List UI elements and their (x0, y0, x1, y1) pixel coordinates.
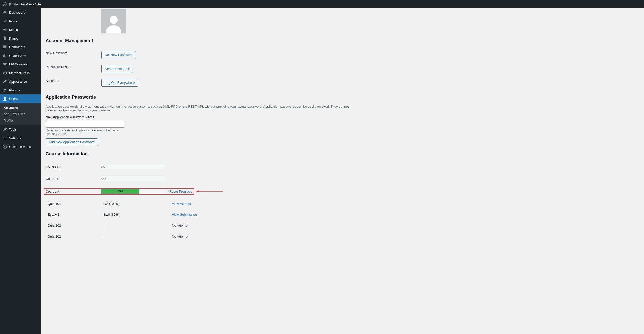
page-icon (3, 36, 7, 41)
heading-app-passwords: Application Passwords (46, 95, 639, 100)
svg-point-2 (4, 97, 6, 99)
sidebar-item-pages[interactable]: Pages (0, 34, 41, 43)
assessment-link[interactable]: Quiz 102 (48, 224, 61, 227)
logout-everywhere-button[interactable]: Log Out Everywhere (101, 79, 138, 87)
assessment-score: - (103, 235, 172, 238)
svg-marker-6 (196, 190, 199, 192)
sidebar-item-label: Collapse menu (9, 145, 31, 149)
sidebar-item-mp-courses[interactable]: MP Courses (0, 60, 41, 69)
label-new-password: New Password (46, 51, 101, 55)
label-password-reset: Password Reset (46, 65, 101, 69)
brush-icon (3, 79, 7, 84)
sidebar-item-label: MemberPress (9, 71, 30, 75)
sidebar-item-label: Pages (9, 37, 19, 40)
sidebar-item-label: Dashboard (9, 11, 25, 14)
assessment-row: Quiz 102-No Attempt (46, 220, 639, 231)
highlight-annotation: Course A60%Reset Progress (44, 188, 194, 195)
label-sessions: Sessions (46, 79, 101, 83)
assessment-row: Quiz 1012/2 (100%)View Attempt (46, 198, 639, 209)
progress-percent: 0% (101, 177, 106, 181)
set-password-button[interactable]: Set New Password (101, 51, 136, 59)
sidebar-subitem-profile[interactable]: Profile (0, 117, 41, 124)
sidebar-item-posts[interactable]: Posts (0, 17, 41, 25)
sidebar-item-label: Media (9, 28, 18, 32)
cap-icon (3, 62, 7, 66)
course-link[interactable]: Course B (46, 177, 59, 181)
sidebar-item-comments[interactable]: Comments (0, 43, 41, 51)
add-app-password-button[interactable]: Add New Application Password (46, 138, 98, 146)
sidebar-subitem-add-new-user[interactable]: Add New User (0, 111, 41, 117)
progress-bar: 0% (101, 176, 165, 181)
site-name-link[interactable]: MemberPress Site (14, 2, 41, 6)
reset-progress-link[interactable]: Reset Progress (169, 190, 192, 193)
assessment-no-attempt: No Attempt (172, 235, 188, 238)
home-icon[interactable] (8, 2, 12, 6)
heading-account-management: Account Management (46, 38, 639, 43)
sidebar-item-label: Settings (9, 136, 21, 140)
sidebar-item-users[interactable]: Users (0, 94, 41, 103)
course-row: Course B0% (46, 173, 639, 185)
course-link[interactable]: Course C (46, 165, 60, 169)
mp-icon (3, 71, 7, 75)
progress-percent: 0% (101, 165, 106, 169)
admin-sidebar: DashboardPostsMediaPagesCommentsCoachKit… (0, 8, 41, 334)
dashboard-icon (3, 10, 7, 15)
svg-point-4 (110, 16, 118, 24)
heading-course-info: Course Information (46, 151, 639, 157)
assessment-action-link[interactable]: View Submission (172, 213, 197, 216)
sidebar-item-label: Appearance (9, 80, 27, 84)
sidebar-subitem-all-users[interactable]: All Users (0, 105, 41, 111)
label-app-password-name: New Application Password Name (46, 115, 639, 119)
sidebar-item-settings[interactable]: Settings (0, 134, 41, 142)
collapse-icon (3, 144, 7, 149)
app-password-description: Application passwords allow authenticati… (46, 105, 350, 112)
app-password-hint: Required to create an Application Passwo… (46, 129, 122, 136)
assessment-score: 8/10 (80%) (103, 213, 172, 216)
sidebar-item-collapse-menu[interactable]: Collapse menu (0, 142, 41, 151)
admin-topbar: MemberPress Site (0, 0, 644, 8)
sidebar-item-label: Posts (9, 19, 17, 23)
wrench-icon (3, 127, 7, 132)
sidebar-item-label: Plugins (9, 88, 20, 92)
sidebar-item-media[interactable]: Media (0, 25, 41, 34)
sidebar-item-label: MP Courses (9, 62, 27, 66)
sidebar-item-coachkit-[interactable]: CoachKit™ (0, 51, 41, 60)
course-row: Course A60%Reset Progress (46, 185, 639, 198)
assessment-score: 2/2 (100%) (103, 202, 172, 206)
send-reset-button[interactable]: Send Reset Link (101, 65, 132, 73)
profile-avatar (101, 9, 126, 33)
wordpress-icon[interactable] (3, 2, 7, 6)
sidebar-item-dashboard[interactable]: Dashboard (0, 8, 41, 17)
progress-percent: 60% (117, 190, 123, 193)
arrow-annotation-icon (196, 190, 224, 193)
media-icon (3, 27, 7, 32)
chart-icon (3, 53, 7, 58)
progress-bar: 60% (101, 189, 165, 194)
course-row: Course C0% (46, 161, 639, 173)
pin-icon (3, 19, 7, 23)
sidebar-item-label: Users (9, 97, 18, 101)
sidebar-item-appearance[interactable]: Appearance (0, 77, 41, 86)
assessment-link[interactable]: Essay 1 (48, 213, 59, 216)
sidebar-item-label: Tools (9, 128, 17, 131)
sidebar-item-plugins[interactable]: Plugins (0, 86, 41, 94)
assessment-link[interactable]: Quiz 101 (48, 202, 61, 206)
sidebar-item-memberpress[interactable]: MemberPress (0, 69, 41, 77)
assessment-action-link[interactable]: View Attempt (172, 202, 191, 206)
svg-point-1 (3, 29, 5, 30)
main-content: Account Management New Password Set New … (41, 8, 644, 334)
course-link[interactable]: Course A (46, 190, 59, 193)
sidebar-item-label: Comments (9, 45, 25, 49)
app-password-name-input[interactable] (46, 120, 124, 128)
plug-icon (3, 88, 7, 92)
assessment-link[interactable]: Quiz 202 (48, 235, 61, 238)
comment-icon (3, 45, 7, 49)
sidebar-item-tools[interactable]: Tools (0, 125, 41, 134)
assessment-score: - (103, 224, 172, 227)
progress-bar: 0% (101, 165, 165, 169)
assessment-no-attempt: No Attempt (172, 224, 188, 227)
sliders-icon (3, 136, 7, 140)
user-icon (3, 96, 7, 101)
sidebar-item-label: CoachKit™ (9, 54, 26, 58)
assessment-row: Essay 18/10 (80%)View Submission (46, 209, 639, 220)
